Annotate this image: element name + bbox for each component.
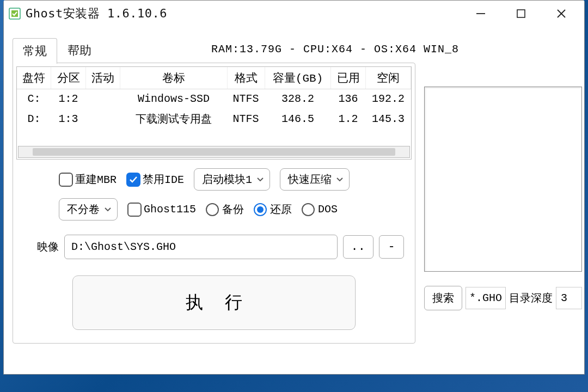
col-partition: 分区 xyxy=(51,67,85,89)
tab-help[interactable]: 帮助 xyxy=(57,38,102,63)
search-row: 搜索 *.GHO 目录深度 3 xyxy=(424,286,582,310)
image-label: 映像 xyxy=(37,240,59,254)
checkbox-ghost115-label: Ghost115 xyxy=(144,203,196,216)
app-window: Ghost安装器 1.6.10.6 RAM:13.79G - CPU:X64 -… xyxy=(3,0,585,375)
col-active: 活动 xyxy=(85,67,120,89)
app-icon xyxy=(8,7,21,20)
window-title: Ghost安装器 1.6.10.6 xyxy=(26,5,167,22)
select-boot-module[interactable]: 启动模块1 xyxy=(194,168,270,191)
horizontal-scrollbar[interactable] xyxy=(18,146,410,158)
svg-rect-1 xyxy=(11,10,18,17)
search-pattern-input[interactable]: *.GHO xyxy=(465,287,506,309)
checkbox-disable-ide-label: 禁用IDE xyxy=(143,172,184,187)
col-label: 卷标 xyxy=(120,67,227,89)
col-used: 已用 xyxy=(331,67,365,89)
image-path-input[interactable]: D:\Ghost\SYS.GHO xyxy=(64,235,338,259)
chevron-down-icon xyxy=(336,177,344,182)
svg-rect-3 xyxy=(517,10,525,17)
search-button[interactable]: 搜索 xyxy=(424,286,462,310)
col-drive: 盘符 xyxy=(17,67,51,89)
checkbox-disable-ide[interactable]: 禁用IDE xyxy=(126,172,184,187)
chevron-down-icon xyxy=(256,177,264,182)
radio-dos[interactable]: DOS xyxy=(302,203,338,216)
clear-button[interactable]: - xyxy=(379,235,404,259)
table-header-row: 盘符 分区 活动 卷标 格式 容量(GB) 已用 空闲 xyxy=(17,67,411,89)
col-free: 空闲 xyxy=(365,67,411,89)
select-compression[interactable]: 快速压缩 xyxy=(280,168,350,191)
execute-button[interactable]: 执行 xyxy=(72,275,356,330)
results-listbox[interactable] xyxy=(424,87,582,272)
col-capacity: 容量(GB) xyxy=(265,67,331,89)
select-split-volume-value: 不分卷 xyxy=(67,202,100,217)
titlebar: Ghost安装器 1.6.10.6 xyxy=(4,1,584,27)
checkbox-rebuild-mbr[interactable]: 重建MBR xyxy=(59,172,117,187)
select-boot-module-value: 启动模块1 xyxy=(202,172,252,187)
radio-restore[interactable]: 还原 xyxy=(254,202,292,217)
scrollbar-thumb[interactable] xyxy=(33,148,395,156)
window-controls xyxy=(470,3,581,24)
tab-general[interactable]: 常规 xyxy=(13,38,57,64)
checkbox-ghost115[interactable]: Ghost115 xyxy=(127,203,196,217)
radio-dos-label: DOS xyxy=(318,203,338,216)
table-empty-row xyxy=(17,130,411,145)
left-column: 盘符 分区 活动 卷标 格式 容量(GB) 已用 空闲 xyxy=(15,65,413,339)
radio-backup-label: 备份 xyxy=(222,202,244,217)
radio-restore-label: 还原 xyxy=(270,202,292,217)
system-info: RAM:13.79G - CPU:X64 - OS:X64 WIN_8 xyxy=(211,43,459,56)
radio-backup[interactable]: 备份 xyxy=(206,202,244,217)
select-compression-value: 快速压缩 xyxy=(288,172,332,187)
browse-button[interactable]: .. xyxy=(343,235,373,259)
close-button[interactable] xyxy=(550,3,572,24)
maximize-button[interactable] xyxy=(510,3,532,24)
col-fs: 格式 xyxy=(227,67,265,89)
depth-label: 目录深度 xyxy=(509,291,553,305)
right-panel: 搜索 *.GHO 目录深度 3 xyxy=(424,87,582,310)
chevron-down-icon xyxy=(104,207,112,212)
select-split-volume[interactable]: 不分卷 xyxy=(59,198,118,220)
depth-input[interactable]: 3 xyxy=(556,287,582,309)
partition-table[interactable]: 盘符 分区 活动 卷标 格式 容量(GB) 已用 空闲 xyxy=(16,66,412,160)
table-row[interactable]: C: 1:2 Windows-SSD NTFS 328.2 136 192.2 xyxy=(17,89,411,109)
minimize-button[interactable] xyxy=(470,3,492,24)
table-row[interactable]: D: 1:3 下载测试专用盘 NTFS 146.5 1.2 145.3 xyxy=(17,108,411,130)
client-area: RAM:13.79G - CPU:X64 - OS:X64 WIN_8 常规 帮… xyxy=(4,27,584,374)
image-path-row: 映像 D:\Ghost\SYS.GHO .. - xyxy=(37,235,404,259)
options-area: 重建MBR 禁用IDE 启动模块1 快速压缩 xyxy=(15,160,413,225)
general-panel: 盘符 分区 活动 卷标 格式 容量(GB) 已用 空闲 xyxy=(13,63,415,344)
checkbox-rebuild-mbr-label: 重建MBR xyxy=(75,172,117,187)
